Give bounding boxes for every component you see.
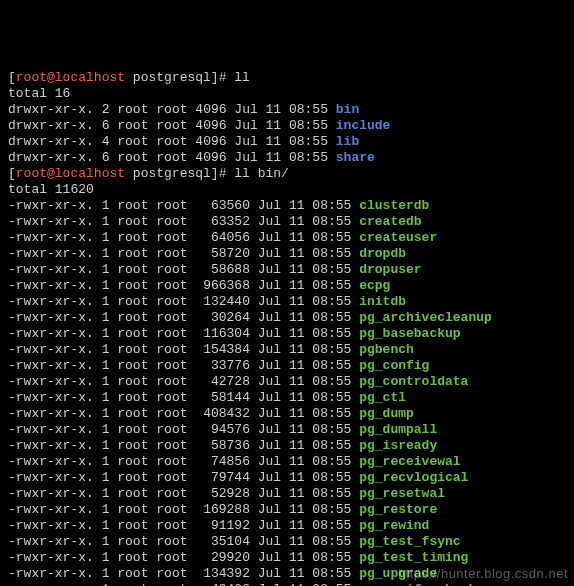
file-owner: root xyxy=(117,566,148,581)
file-name: pgbench xyxy=(359,342,414,357)
file-group: root xyxy=(156,214,187,229)
file-perms: -rwxr-xr-x. xyxy=(8,582,94,586)
file-date: Jul 11 08:55 xyxy=(258,198,352,213)
file-owner: root xyxy=(117,374,148,389)
file-perms: -rwxr-xr-x. xyxy=(8,326,94,341)
file-date: Jul 11 08:55 xyxy=(258,294,352,309)
file-links: 1 xyxy=(102,214,110,229)
file-size: 74856 xyxy=(195,454,250,469)
file-name: pg_config xyxy=(359,358,429,373)
file-name: pg_basebackup xyxy=(359,326,460,341)
file-links: 2 xyxy=(102,102,110,117)
file-perms: -rwxr-xr-x. xyxy=(8,422,94,437)
file-date: Jul 11 08:55 xyxy=(258,278,352,293)
file-owner: root xyxy=(117,502,148,517)
file-links: 1 xyxy=(102,486,110,501)
file-perms: drwxr-xr-x. xyxy=(8,134,94,149)
file-date: Jul 11 08:55 xyxy=(258,502,352,517)
file-group: root xyxy=(156,566,187,581)
prompt-line[interactable]: [root@localhost postgresql]# ll xyxy=(8,70,566,86)
file-date: Jul 11 08:55 xyxy=(258,534,352,549)
file-name: createdb xyxy=(359,214,421,229)
file-date: Jul 11 08:55 xyxy=(258,390,352,405)
ls-row: drwxr-xr-x. 6 root root 4096 Jul 11 08:5… xyxy=(8,118,566,134)
file-links: 1 xyxy=(102,550,110,565)
file-name: pg_resetwal xyxy=(359,486,445,501)
file-date: Jul 11 08:55 xyxy=(258,454,352,469)
file-owner: root xyxy=(117,118,148,133)
file-links: 1 xyxy=(102,534,110,549)
file-size: 91192 xyxy=(195,518,250,533)
file-date: Jul 11 08:55 xyxy=(258,518,352,533)
file-name: pg_test_fsync xyxy=(359,534,460,549)
file-name: dropdb xyxy=(359,246,406,261)
file-perms: -rwxr-xr-x. xyxy=(8,390,94,405)
file-group: root xyxy=(156,150,187,165)
file-links: 1 xyxy=(102,582,110,586)
file-size: 58144 xyxy=(195,390,250,405)
file-group: root xyxy=(156,534,187,549)
file-links: 1 xyxy=(102,310,110,325)
file-group: root xyxy=(156,294,187,309)
file-group: root xyxy=(156,246,187,261)
file-perms: -rwxr-xr-x. xyxy=(8,550,94,565)
file-size: 58736 xyxy=(195,438,250,453)
file-perms: -rwxr-xr-x. xyxy=(8,278,94,293)
ls-row: -rwxr-xr-x. 1 root root 169288 Jul 11 08… xyxy=(8,502,566,518)
file-owner: root xyxy=(117,422,148,437)
file-date: Jul 11 08:55 xyxy=(258,374,352,389)
ls-row: -rwxr-xr-x. 1 root root 63352 Jul 11 08:… xyxy=(8,214,566,230)
file-owner: root xyxy=(117,294,148,309)
file-group: root xyxy=(156,118,187,133)
file-size: 94576 xyxy=(195,422,250,437)
file-group: root xyxy=(156,406,187,421)
file-perms: -rwxr-xr-x. xyxy=(8,246,94,261)
file-owner: root xyxy=(117,262,148,277)
file-group: root xyxy=(156,278,187,293)
prompt-line[interactable]: [root@localhost postgresql]# ll bin/ xyxy=(8,166,566,182)
file-date: Jul 11 08:55 xyxy=(234,118,328,133)
file-name: include xyxy=(336,118,391,133)
command-text: ll xyxy=(234,70,250,85)
ls-row: -rwxr-xr-x. 1 root root 79744 Jul 11 08:… xyxy=(8,470,566,486)
file-owner: root xyxy=(117,470,148,485)
file-size: 42728 xyxy=(195,374,250,389)
file-owner: root xyxy=(117,438,148,453)
file-group: root xyxy=(156,342,187,357)
ls-row: -rwxr-xr-x. 1 root root 35104 Jul 11 08:… xyxy=(8,534,566,550)
file-size: 29920 xyxy=(195,550,250,565)
file-name: pg_isready xyxy=(359,438,437,453)
file-size: 43400 xyxy=(195,582,250,586)
file-name: createuser xyxy=(359,230,437,245)
file-owner: root xyxy=(117,246,148,261)
ls-row: -rwxr-xr-x. 1 root root 43400 Jul 11 08:… xyxy=(8,582,566,586)
file-date: Jul 11 08:55 xyxy=(258,342,352,357)
file-size: 4096 xyxy=(195,150,226,165)
file-owner: root xyxy=(117,230,148,245)
file-size: 52928 xyxy=(195,486,250,501)
ls-row: drwxr-xr-x. 4 root root 4096 Jul 11 08:5… xyxy=(8,134,566,150)
file-name: share xyxy=(336,150,375,165)
ls-row: -rwxr-xr-x. 1 root root 33776 Jul 11 08:… xyxy=(8,358,566,374)
file-links: 1 xyxy=(102,342,110,357)
file-owner: root xyxy=(117,454,148,469)
file-owner: root xyxy=(117,582,148,586)
file-group: root xyxy=(156,374,187,389)
file-size: 134392 xyxy=(195,566,250,581)
file-perms: -rwxr-xr-x. xyxy=(8,198,94,213)
file-owner: root xyxy=(117,150,148,165)
file-name: clusterdb xyxy=(359,198,429,213)
prompt-user: root@localhost xyxy=(16,166,125,181)
file-date: Jul 11 08:55 xyxy=(258,262,352,277)
file-owner: root xyxy=(117,550,148,565)
file-date: Jul 11 08:55 xyxy=(258,582,352,586)
file-perms: -rwxr-xr-x. xyxy=(8,294,94,309)
file-name: pg_verify_checksums xyxy=(359,582,507,586)
file-size: 79744 xyxy=(195,470,250,485)
file-size: 58688 xyxy=(195,262,250,277)
ls-row: -rwxr-xr-x. 1 root root 63560 Jul 11 08:… xyxy=(8,198,566,214)
file-date: Jul 11 08:55 xyxy=(258,214,352,229)
file-name: pg_restore xyxy=(359,502,437,517)
file-owner: root xyxy=(117,214,148,229)
file-group: root xyxy=(156,230,187,245)
